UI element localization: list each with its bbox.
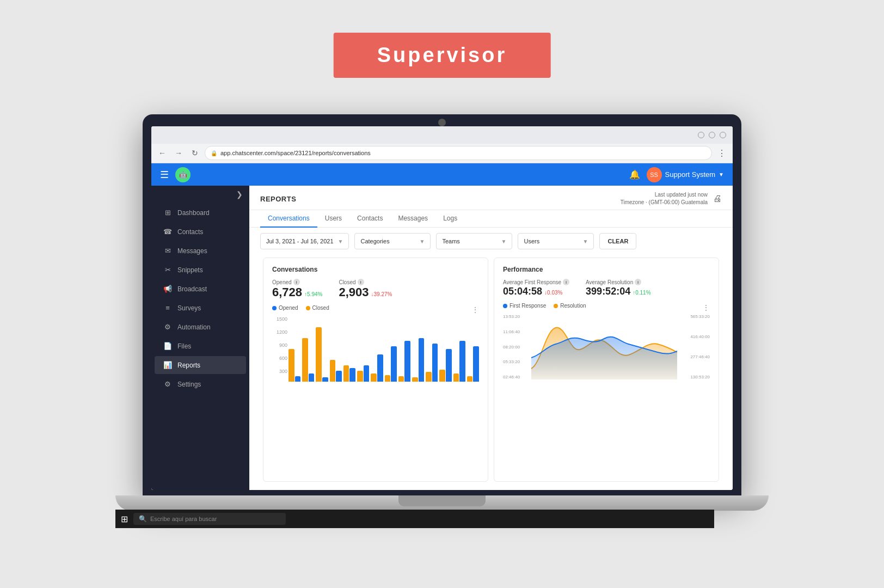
timezone: Timezone · (GMT-06:00) Guatemala [621, 199, 708, 206]
filters-bar: Jul 3, 2021 - Jul 16, 2021 ▼ Categories … [249, 228, 733, 255]
resolution-info-icon: i [635, 279, 641, 285]
sidebar-item-broadcast[interactable]: 📢 Broadcast [155, 280, 246, 298]
windows-search-bar[interactable]: 🔍 Escribe aquí para buscar [133, 513, 286, 525]
hamburger-icon[interactable]: ☰ [160, 169, 169, 181]
clear-label: CLEAR [607, 238, 628, 244]
tab-conversations[interactable]: Conversations [260, 210, 317, 228]
clear-button[interactable]: CLEAR [599, 233, 636, 249]
sidebar-collapse-btn[interactable]: ❯ [236, 190, 243, 199]
categories-filter[interactable]: Categories ▼ [354, 233, 431, 249]
tab-messages[interactable]: Messages [390, 210, 435, 228]
perf-yaxis-right: 565:33:20 416:40:00 277:46:40 130:53:20 [679, 314, 710, 379]
browser-controls: — ☐ ✕ [698, 132, 726, 138]
bar-orange-1 [288, 349, 294, 382]
browser-maximize-btn[interactable]: ☐ [709, 132, 715, 138]
conversations-panel-title: Conversations [272, 266, 479, 273]
browser-more-btn[interactable]: ⋮ [715, 146, 728, 160]
bar-orange-9 [398, 376, 404, 382]
sidebar-item-settings[interactable]: ⚙ Settings [155, 375, 246, 393]
conversations-panel: Conversations Opened i [263, 258, 488, 482]
sidebar-item-messages[interactable]: ✉ Messages [155, 242, 246, 260]
windows-start-icon[interactable]: ⊞ [121, 514, 128, 524]
sidebar-item-snippets[interactable]: ✂ Snippets [155, 261, 246, 279]
sidebar-item-dashboard[interactable]: ⊞ Dashboard [155, 204, 246, 222]
bar-group-12 [439, 349, 451, 382]
bar-orange-14 [467, 376, 473, 382]
browser-minimize-btn[interactable]: — [698, 132, 704, 138]
opened-value: 6,728 [272, 286, 302, 298]
messages-icon: ✉ [163, 247, 172, 255]
automation-icon: ⚙ [163, 323, 172, 331]
back-btn[interactable]: ← [156, 146, 169, 160]
conv-chart-more-icon[interactable]: ⋮ [471, 305, 479, 314]
tab-contacts[interactable]: Contacts [349, 210, 390, 228]
bar-orange-12 [439, 370, 445, 382]
bar-orange-6 [357, 371, 363, 382]
bar-blue-13 [459, 341, 465, 382]
sidebar-item-automation[interactable]: ⚙ Automation [155, 318, 246, 336]
opened-metric: Opened i 6,728 ↑5.94% [272, 279, 322, 298]
closed-legend-label: Closed [312, 305, 329, 311]
supervisor-badge: Supervisor [334, 33, 551, 78]
closed-legend-dot [306, 306, 310, 310]
files-icon: 📄 [163, 342, 172, 350]
sidebar-collapse: ❯ [151, 186, 249, 203]
date-range-caret: ▼ [338, 238, 343, 244]
search-placeholder: Escribe aquí para buscar [150, 516, 217, 522]
settings-icon: ⚙ [163, 380, 172, 388]
bar-group-13 [453, 341, 465, 382]
sidebar-label-automation: Automation [177, 323, 211, 331]
sidebar-item-contacts[interactable]: ☎ Contacts [155, 223, 246, 241]
dashboard-icon: ⊞ [163, 209, 172, 217]
date-range-filter[interactable]: Jul 3, 2021 - Jul 16, 2021 ▼ [260, 233, 349, 249]
user-name: Support System [665, 170, 716, 179]
bar-group-7 [371, 354, 383, 382]
date-range-value: Jul 3, 2021 - Jul 16, 2021 [266, 238, 334, 244]
avg-first-response-label: Average First Response i [503, 279, 569, 285]
conv-chart-legend: Opened Closed [272, 305, 329, 311]
bar-group-1 [288, 349, 300, 382]
sidebar-item-surveys[interactable]: ≡ Surveys [155, 299, 246, 317]
bar-group-11 [426, 344, 438, 382]
avg-first-response-metric: Average First Response i 05:04:58 ↓0.03% [503, 279, 569, 296]
bar-group-10 [412, 338, 424, 382]
page-wrapper: Supervisor — ☐ ✕ ← [0, 0, 884, 588]
browser-close-btn[interactable]: ✕ [720, 132, 726, 138]
closed-value: 2,903 [339, 286, 369, 298]
sidebar-item-files[interactable]: 📄 Files [155, 337, 246, 355]
teams-filter[interactable]: Teams ▼ [436, 233, 512, 249]
tab-logs[interactable]: Logs [435, 210, 465, 228]
address-bar[interactable]: 🔒 app.chatscenter.com/space/23121/report… [205, 146, 712, 160]
first-response-legend-label: First Response [509, 303, 546, 309]
last-updated: Last updated just now [621, 191, 708, 199]
bell-icon[interactable]: 🔔 [629, 169, 640, 180]
perf-chart-more-icon[interactable]: ⋮ [702, 303, 710, 312]
refresh-btn[interactable]: ↻ [188, 146, 201, 160]
users-filter[interactable]: Users ▼ [518, 233, 594, 249]
user-menu[interactable]: SS Support System ▼ [647, 167, 724, 182]
avg-resolution-label: Average Resolution i [586, 279, 650, 285]
avg-resolution-metric: Average Resolution i 399:52:04 ↑0.11% [586, 279, 650, 296]
forward-btn[interactable]: → [172, 146, 185, 160]
sidebar-label-messages: Messages [177, 247, 207, 255]
laptop-wrapper: — ☐ ✕ ← → ↻ 🔒 app.chatscenter.com/space/… [143, 114, 741, 528]
laptop-body: — ☐ ✕ ← → ↻ 🔒 app.chatscenter.com/space/… [143, 114, 741, 495]
perf-chart-area [531, 314, 677, 379]
first-response-info-icon: i [563, 279, 569, 285]
perf-yaxis-left: 13:53:20 11:06:40 08:20:00 05:33:20 02:4… [503, 314, 529, 379]
sidebar-item-reports[interactable]: 📊 Reports [155, 356, 246, 374]
opened-change: ↑5.94% [304, 291, 322, 297]
bar-group-14 [467, 346, 479, 382]
print-icon[interactable]: 🖨 [713, 194, 722, 204]
bar-blue-14 [473, 346, 479, 382]
bar-blue-1 [295, 376, 301, 382]
opened-legend-dot [272, 306, 277, 310]
bar-orange-13 [453, 373, 459, 382]
windows-taskbar: ⊞ 🔍 Escribe aquí para buscar [115, 510, 714, 528]
teams-value: Teams [442, 238, 459, 244]
opened-legend-label: Opened [279, 305, 298, 311]
sidebar: ❯ ⊞ Dashboard ☎ Contacts ✉ [151, 186, 249, 490]
tab-users[interactable]: Users [317, 210, 349, 228]
avg-resolution-value: 399:52:04 [586, 286, 630, 296]
bar-blue-4 [336, 371, 342, 382]
